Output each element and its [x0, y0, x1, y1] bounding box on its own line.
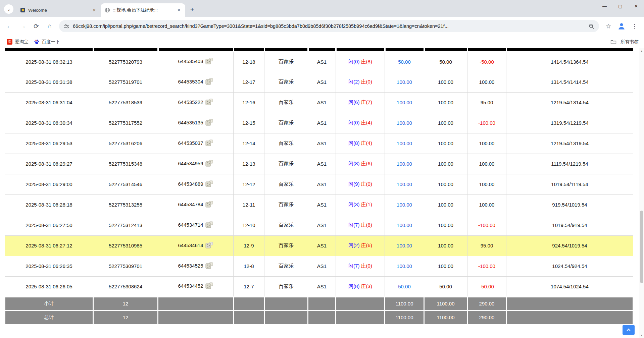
bookmark-aitaobao[interactable]: 淘 爱淘宝: [4, 38, 31, 46]
bet-amount-link[interactable]: 100.00: [385, 154, 424, 174]
all-bookmarks-button[interactable]: 所有书签: [619, 38, 640, 46]
new-tab-button[interactable]: +: [187, 4, 197, 14]
table-name-cell: AS1: [308, 174, 336, 194]
minimize-button[interactable]: —: [597, 0, 612, 12]
scroll-down-arrow-icon[interactable]: ▼: [639, 333, 644, 338]
game-name-cell: 百家乐: [264, 174, 308, 194]
close-icon[interactable]: ×: [176, 7, 182, 13]
dice-icon[interactable]: [205, 282, 213, 290]
player-bet: 闲(9): [348, 181, 359, 187]
order-no-cell: 522775309701: [93, 256, 158, 276]
winloss-cell: 95.00: [467, 235, 506, 256]
dice-icon[interactable]: [205, 221, 213, 229]
forward-button[interactable]: →: [17, 20, 29, 32]
back-to-top-button[interactable]: [623, 325, 635, 335]
total-row: 总计 12 1100.00 1100.00 290.00: [5, 311, 633, 324]
scrollbar-thumb[interactable]: [640, 211, 643, 283]
column-header-balance: [506, 48, 633, 51]
order-no-cell: 522775310985: [93, 235, 158, 256]
profile-avatar[interactable]: [616, 20, 627, 32]
maximize-button[interactable]: ▢: [612, 0, 628, 12]
chevron-up-icon: [626, 328, 631, 332]
bet-amount-link[interactable]: 100.00: [385, 92, 424, 113]
game-no-cell: 644534784: [158, 194, 234, 215]
bet-amount-link[interactable]: 100.00: [385, 256, 424, 276]
reload-button[interactable]: ⟳: [30, 20, 42, 32]
bet-amount-link[interactable]: 100.00: [385, 133, 424, 154]
address-bar[interactable]: 66cxkj98.com/ipl/portal.php/game/betreco…: [59, 20, 599, 32]
column-header-time: [5, 48, 93, 51]
empty-cell: [158, 311, 234, 324]
round-cell: 12-7: [234, 276, 264, 297]
table-row[interactable]: 2025-08-31 06:28:18 522775313255 6445347…: [5, 194, 633, 215]
tab-betrecord[interactable]: :::视讯.会员下注纪录::: ×: [101, 3, 185, 17]
window-close-button[interactable]: ✕: [628, 0, 644, 12]
table-row[interactable]: 2025-08-31 06:32:13 522775320793 6445354…: [5, 51, 633, 72]
vertical-scrollbar[interactable]: ▲ ▼: [639, 48, 644, 338]
scroll-up-arrow-icon[interactable]: ▲: [639, 48, 644, 54]
taobao-icon: 淘: [7, 39, 12, 45]
tab-welcome[interactable]: Welcome ×: [16, 3, 101, 17]
bet-content-cell: 闲(0) 庄(4): [336, 113, 385, 133]
table-name-cell: AS1: [308, 92, 336, 113]
total-count: 12: [93, 311, 158, 324]
column-header-winloss: [467, 48, 506, 51]
bet-time-cell: 2025-08-31 06:31:04: [5, 92, 93, 113]
bet-amount-link[interactable]: 100.00: [385, 194, 424, 215]
player-bet: 闲(6): [348, 99, 359, 105]
dice-icon[interactable]: [205, 58, 213, 66]
table-row[interactable]: 2025-08-31 06:27:12 522775310985 6445346…: [5, 235, 633, 256]
bet-amount-link[interactable]: 50.00: [385, 276, 424, 297]
table-footer: 小计 12 1100.00 1100.00 290.00 总计 12: [5, 297, 633, 324]
dice-icon[interactable]: [205, 242, 213, 250]
winloss-cell: 95.00: [467, 92, 506, 113]
column-header-table: [308, 48, 336, 51]
balance-cell: 1319.54/1219.54: [506, 113, 633, 133]
dice-icon[interactable]: [205, 160, 213, 168]
tab-title: Welcome: [28, 8, 89, 13]
dice-icon[interactable]: [205, 139, 213, 148]
bet-amount-link[interactable]: 100.00: [385, 235, 424, 256]
order-no-cell: 522775314546: [93, 174, 158, 194]
zoom-icon[interactable]: [589, 23, 594, 29]
bookmark-star-icon[interactable]: ☆: [602, 20, 614, 32]
table-row[interactable]: 2025-08-31 06:29:53 522775316206 6445350…: [5, 133, 633, 154]
dice-icon[interactable]: [205, 119, 213, 127]
table-row[interactable]: 2025-08-31 06:26:05 522775308624 6445344…: [5, 276, 633, 297]
home-button[interactable]: ⌂: [44, 20, 56, 32]
round-cell: 12-17: [234, 72, 264, 92]
table-row[interactable]: 2025-08-31 06:31:04 522775318539 6445352…: [5, 92, 633, 113]
site-info-icon[interactable]: [64, 23, 69, 29]
dice-icon[interactable]: [205, 78, 213, 86]
bookmark-baidu[interactable]: 百度一下: [31, 38, 63, 46]
bet-content-cell: 闲(0) 庄(8): [336, 51, 385, 72]
dice-icon[interactable]: [205, 262, 213, 270]
game-name-cell: 百家乐: [264, 92, 308, 113]
bet-amount-link[interactable]: 100.00: [385, 113, 424, 133]
welcome-favicon-icon: [20, 7, 26, 13]
table-row[interactable]: 2025-08-31 06:31:38 522775319701 6445353…: [5, 72, 633, 92]
bet-amount-link[interactable]: 100.00: [385, 72, 424, 92]
back-button[interactable]: ←: [3, 20, 15, 32]
order-no-cell: 522775319701: [93, 72, 158, 92]
table-row[interactable]: 2025-08-31 06:26:35 522775309701 6445345…: [5, 256, 633, 276]
menu-button[interactable]: ⋮: [629, 20, 641, 32]
bet-amount-link[interactable]: 100.00: [385, 174, 424, 194]
banker-bet: 庄(8): [361, 59, 372, 64]
bet-amount-link[interactable]: 50.00: [385, 51, 424, 72]
table-row[interactable]: 2025-08-31 06:29:27 522775315348 6445349…: [5, 154, 633, 174]
dice-icon[interactable]: [205, 99, 213, 107]
column-header-bet-content: [336, 48, 385, 51]
close-icon[interactable]: ×: [91, 7, 97, 13]
dice-icon[interactable]: [205, 180, 213, 188]
banker-bet: 庄(7): [361, 99, 372, 105]
empty-cell: [158, 297, 234, 311]
table-row[interactable]: 2025-08-31 06:30:34 522775317552 6445351…: [5, 113, 633, 133]
round-cell: 12-18: [234, 51, 264, 72]
bet-amount-link[interactable]: 100.00: [385, 215, 424, 235]
table-row[interactable]: 2025-08-31 06:29:00 522775314546 6445348…: [5, 174, 633, 194]
table-row[interactable]: 2025-08-31 06:27:50 522775312413 6445347…: [5, 215, 633, 235]
dice-icon[interactable]: [205, 201, 213, 209]
tab-search-button[interactable]: ⌄: [4, 4, 13, 14]
empty-cell: [264, 311, 308, 324]
